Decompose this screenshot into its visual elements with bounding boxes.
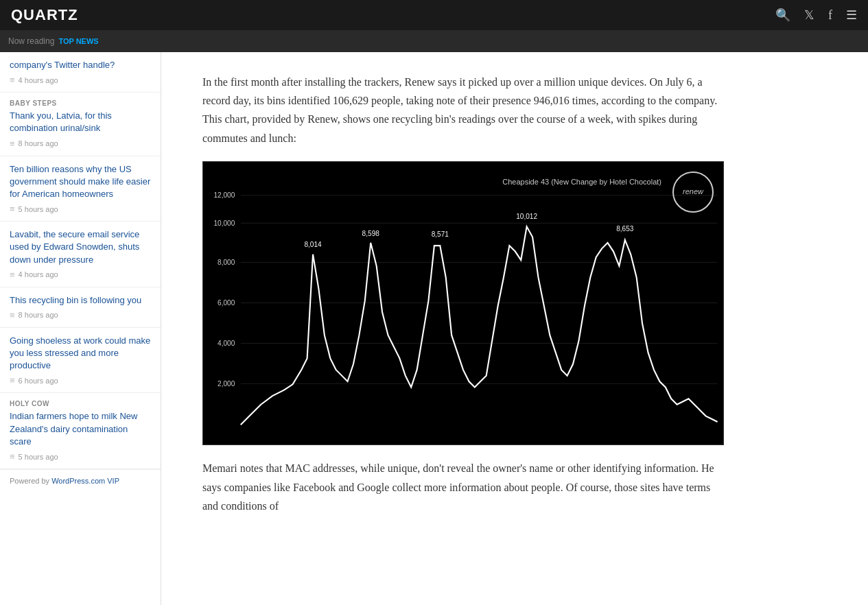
article-icon: ≡ bbox=[10, 139, 15, 149]
svg-text:8,000: 8,000 bbox=[218, 259, 235, 266]
chart-container: Cheapside 43 (New Change by Hotel Chocol… bbox=[202, 161, 724, 446]
sidebar-item-twitter[interactable]: company's Twitter handle? ≡ 4 hours ago bbox=[0, 52, 161, 93]
now-reading-label: Now reading bbox=[8, 36, 54, 46]
top-news-badge[interactable]: TOP NEWS bbox=[58, 37, 98, 45]
top-navigation: QUARTZ 🔍 𝕏 f ☰ bbox=[0, 0, 868, 30]
sidebar-item-time: 4 hours ago bbox=[19, 76, 58, 84]
sidebar-item-meta: ≡ 8 hours ago bbox=[10, 139, 151, 149]
sidebar-item-time: 8 hours ago bbox=[19, 311, 58, 319]
svg-text:2,000: 2,000 bbox=[218, 380, 235, 388]
powered-by-text: Powered by bbox=[10, 477, 49, 485]
sidebar-item-meta: ≡ 5 hours ago bbox=[10, 451, 151, 462]
svg-text:10,000: 10,000 bbox=[213, 219, 235, 226]
site-logo[interactable]: QUARTZ bbox=[11, 6, 78, 24]
sidebar-item-title: Indian farmers hope to milk New Zealand'… bbox=[10, 410, 151, 448]
search-icon[interactable]: 🔍 bbox=[775, 8, 790, 23]
svg-text:8,653: 8,653 bbox=[616, 225, 634, 233]
sidebar-item-time: 5 hours ago bbox=[19, 205, 58, 213]
sidebar-item-shoeless[interactable]: Going shoeless at work could make you le… bbox=[0, 328, 161, 394]
sidebar-item-title: Ten billion reasons why the US governmen… bbox=[10, 163, 151, 201]
facebook-icon[interactable]: f bbox=[828, 8, 832, 23]
svg-text:8,598: 8,598 bbox=[362, 230, 380, 237]
chart-location-label: Cheapside 43 (New Change by Hotel Chocol… bbox=[502, 176, 661, 189]
sidebar-item-time: 4 hours ago bbox=[19, 270, 58, 278]
sidebar-item-title: Going shoeless at work could make you le… bbox=[10, 335, 151, 372]
sidebar-item-title: Lavabit, the secure email service used b… bbox=[10, 228, 151, 266]
renew-logo: renew bbox=[672, 171, 714, 213]
sidebar-item-meta: ≡ 8 hours ago bbox=[10, 310, 151, 320]
page-layout: company's Twitter handle? ≡ 4 hours ago … bbox=[0, 52, 868, 605]
sidebar-item-meta: ≡ 4 hours ago bbox=[10, 270, 151, 280]
svg-text:4,000: 4,000 bbox=[218, 340, 235, 347]
article-icon: ≡ bbox=[10, 75, 15, 85]
sidebar-item-meta: ≡ 5 hours ago bbox=[10, 204, 151, 214]
article-paragraph-2: Memari notes that MAC addresses, while u… bbox=[202, 459, 724, 515]
svg-text:10,012: 10,012 bbox=[516, 212, 537, 220]
sidebar-item-title: This recycling bin is following you bbox=[10, 294, 151, 307]
svg-text:12,000: 12,000 bbox=[213, 191, 235, 199]
sidebar-item-homeowners[interactable]: Ten billion reasons why the US governmen… bbox=[0, 156, 161, 222]
article-icon: ≡ bbox=[10, 270, 15, 280]
article-icon: ≡ bbox=[10, 310, 15, 320]
sidebar-category-label: BABY STEPS bbox=[10, 99, 151, 107]
sidebar-item-title: Thank you, Latvia, for this combination … bbox=[10, 110, 151, 134]
article-icon: ≡ bbox=[10, 451, 15, 462]
sidebar-item-latvia[interactable]: BABY STEPS Thank you, Latvia, for this c… bbox=[0, 93, 161, 156]
main-content: In the first month after installing the … bbox=[161, 52, 868, 605]
sidebar-item-meta: ≡ 6 hours ago bbox=[10, 375, 151, 385]
sidebar-item-time: 6 hours ago bbox=[19, 377, 58, 385]
svg-text:8,571: 8,571 bbox=[432, 230, 449, 238]
powered-by-footer: Powered by WordPress.com VIP bbox=[0, 469, 161, 492]
sidebar: company's Twitter handle? ≡ 4 hours ago … bbox=[0, 52, 161, 605]
sidebar-item-title: company's Twitter handle? bbox=[10, 59, 151, 71]
svg-text:6,000: 6,000 bbox=[218, 299, 235, 307]
article-icon: ≡ bbox=[10, 375, 15, 385]
traffic-chart: 12,000 10,000 8,000 6,000 4,000 2,000 8,… bbox=[203, 162, 723, 445]
wordpress-vip-link[interactable]: WordPress.com VIP bbox=[51, 477, 119, 485]
article-paragraph-1: In the first month after installing the … bbox=[202, 73, 724, 147]
article-body: In the first month after installing the … bbox=[202, 73, 724, 515]
article-icon: ≡ bbox=[10, 204, 15, 214]
sidebar-item-holycow[interactable]: HOLY COW Indian farmers hope to milk New… bbox=[0, 393, 161, 469]
sidebar-category-label: HOLY COW bbox=[10, 400, 151, 407]
sidebar-item-recycling[interactable]: This recycling bin is following you ≡ 8 … bbox=[0, 287, 161, 328]
sidebar-item-time: 5 hours ago bbox=[19, 453, 58, 461]
reading-bar: Now reading TOP NEWS bbox=[0, 30, 868, 52]
sidebar-item-lavabit[interactable]: Lavabit, the secure email service used b… bbox=[0, 222, 161, 287]
twitter-icon[interactable]: 𝕏 bbox=[804, 8, 814, 23]
sidebar-item-time: 8 hours ago bbox=[19, 139, 58, 147]
menu-icon[interactable]: ☰ bbox=[846, 8, 857, 23]
svg-text:8,014: 8,014 bbox=[304, 241, 322, 248]
sidebar-item-meta: ≡ 4 hours ago bbox=[10, 75, 151, 85]
